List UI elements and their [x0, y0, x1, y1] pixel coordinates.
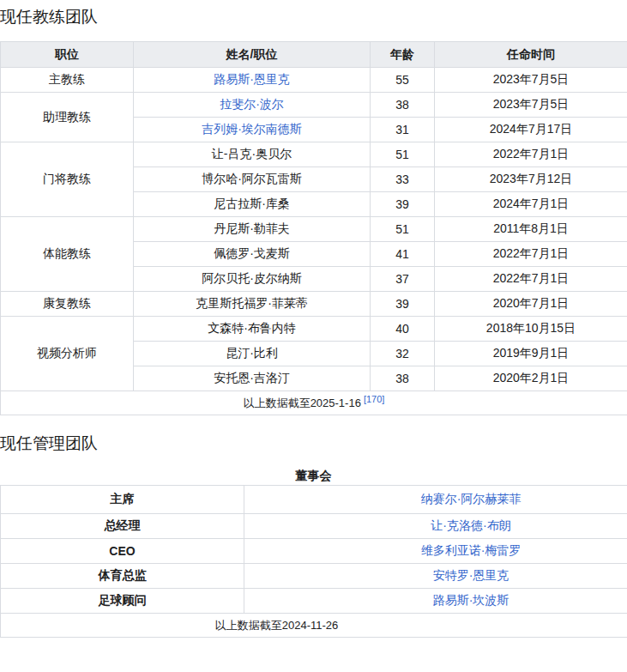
table-row: 足球顾问 路易斯·坎波斯	[1, 589, 627, 614]
name-cell: 克里斯托福罗·菲莱蒂	[134, 292, 371, 317]
name-cell: 纳赛尔·阿尔赫莱菲	[244, 486, 627, 514]
age-cell: 37	[371, 267, 435, 292]
age-cell: 33	[371, 167, 435, 192]
coach-name-link[interactable]: 拉斐尔·波尔	[220, 97, 284, 111]
position-cell: 体能教练	[1, 217, 134, 292]
footnote-cell: 以上数据截至2025-1-16[170]	[1, 391, 627, 415]
coach-name-link[interactable]: 吉列姆·埃尔南德斯	[202, 122, 302, 136]
date-cell: 2023年7月12日	[435, 167, 627, 192]
table-row: 体能教练 丹尼斯·勒菲夫 51 2011年8月1日	[1, 217, 627, 242]
date-cell: 2022年7月1日	[435, 242, 627, 267]
name-cell: 吉列姆·埃尔南德斯	[134, 118, 371, 142]
table-row: 主教练 路易斯·恩里克 55 2023年7月5日	[1, 68, 627, 93]
position-cell: 康复教练	[1, 292, 134, 317]
date-cell: 2022年7月1日	[435, 142, 627, 167]
col-header-name: 姓名/职位	[134, 42, 371, 68]
age-cell: 41	[371, 242, 435, 267]
age-cell: 51	[371, 217, 435, 242]
name-cell: 维多利亚诺·梅雷罗	[244, 539, 627, 564]
management-table: 主席 纳赛尔·阿尔赫莱菲 总经理 让·克洛德·布朗 CEO 维多利亚诺·梅雷罗 …	[0, 485, 627, 638]
management-footnote-row: 以上数据截至2024-11-26	[1, 614, 627, 638]
date-cell: 2020年7月1日	[435, 292, 627, 317]
date-cell: 2020年2月1日	[435, 366, 627, 391]
table-row: 助理教练 拉斐尔·波尔 38 2023年7月5日	[1, 93, 627, 118]
board-table-caption: 董事会	[0, 467, 627, 484]
table-row: 视频分析师 文森特·布鲁内特 40 2018年10月15日	[1, 317, 627, 342]
name-cell: 尼古拉斯·库桑	[134, 192, 371, 217]
date-cell: 2011年8月1日	[435, 217, 627, 242]
date-cell: 2019年9月1日	[435, 342, 627, 366]
date-cell: 2023年7月5日	[435, 68, 627, 93]
position-cell: 视频分析师	[1, 317, 134, 391]
name-cell: 让-吕克·奥贝尔	[134, 142, 371, 167]
position-cell: 门将教练	[1, 142, 134, 217]
table-row: 主席 纳赛尔·阿尔赫莱菲	[1, 486, 627, 514]
age-cell: 39	[371, 192, 435, 217]
name-cell: 路易斯·坎波斯	[244, 589, 627, 614]
age-cell: 32	[371, 342, 435, 366]
role-cell: 体育总监	[1, 564, 244, 589]
date-cell: 2024年7月1日	[435, 192, 627, 217]
name-cell: 让·克洛德·布朗	[244, 514, 627, 539]
name-cell: 博尔哈·阿尔瓦雷斯	[134, 167, 371, 192]
role-cell: 足球顾问	[1, 589, 244, 614]
role-cell: 总经理	[1, 514, 244, 539]
name-cell: 丹尼斯·勒菲夫	[134, 217, 371, 242]
table-row: 康复教练 克里斯托福罗·菲莱蒂 39 2020年7月1日	[1, 292, 627, 317]
coaches-section-heading: 现任教练团队	[0, 6, 627, 28]
manager-name-link[interactable]: 让·克洛德·布朗	[431, 518, 510, 532]
name-cell: 拉斐尔·波尔	[134, 93, 371, 118]
table-row: CEO 维多利亚诺·梅雷罗	[1, 539, 627, 564]
date-cell: 2022年7月1日	[435, 267, 627, 292]
coach-table-header-row: 职位 姓名/职位 年龄 任命时间	[1, 42, 627, 68]
role-cell: 主席	[1, 486, 244, 514]
col-header-age: 年龄	[371, 42, 435, 68]
col-header-date: 任命时间	[435, 42, 627, 68]
position-cell: 主教练	[1, 68, 134, 93]
footnote-cell: 以上数据截至2024-11-26	[1, 614, 627, 638]
manager-name-link[interactable]: 安特罗·恩里克	[433, 568, 509, 582]
age-cell: 38	[371, 366, 435, 391]
management-section-heading: 现任管理团队	[0, 433, 627, 455]
date-cell: 2023年7月5日	[435, 93, 627, 118]
name-cell: 安特罗·恩里克	[244, 564, 627, 589]
position-cell: 助理教练	[1, 93, 134, 142]
manager-name-link[interactable]: 纳赛尔·阿尔赫莱菲	[421, 492, 521, 506]
role-cell: CEO	[1, 539, 244, 564]
name-cell: 文森特·布鲁内特	[134, 317, 371, 342]
coach-table-footnote-row: 以上数据截至2025-1-16[170]	[1, 391, 627, 415]
name-cell: 阿尔贝托·皮尔纳斯	[134, 267, 371, 292]
reference-link[interactable]: [170]	[364, 394, 384, 404]
age-cell: 51	[371, 142, 435, 167]
age-cell: 40	[371, 317, 435, 342]
footnote-text: 以上数据截至2025-1-16	[244, 397, 361, 410]
table-row: 体育总监 安特罗·恩里克	[1, 564, 627, 589]
age-cell: 38	[371, 93, 435, 118]
age-cell: 31	[371, 118, 435, 142]
table-row: 门将教练 让-吕克·奥贝尔 51 2022年7月1日	[1, 142, 627, 167]
date-cell: 2018年10月15日	[435, 317, 627, 342]
col-header-position: 职位	[1, 42, 134, 68]
name-cell: 安托恩·吉洛汀	[134, 366, 371, 391]
name-cell: 昆汀·比利	[134, 342, 371, 366]
age-cell: 39	[371, 292, 435, 317]
coach-name-link[interactable]: 路易斯·恩里克	[214, 72, 290, 86]
name-cell: 路易斯·恩里克	[134, 68, 371, 93]
name-cell: 佩德罗·戈麦斯	[134, 242, 371, 267]
manager-name-link[interactable]: 维多利亚诺·梅雷罗	[421, 543, 521, 557]
age-cell: 55	[371, 68, 435, 93]
table-row: 总经理 让·克洛德·布朗	[1, 514, 627, 539]
manager-name-link[interactable]: 路易斯·坎波斯	[433, 593, 509, 607]
coach-table: 职位 姓名/职位 年龄 任命时间 主教练 路易斯·恩里克 55 2023年7月5…	[0, 41, 627, 415]
date-cell: 2024年7月17日	[435, 118, 627, 142]
